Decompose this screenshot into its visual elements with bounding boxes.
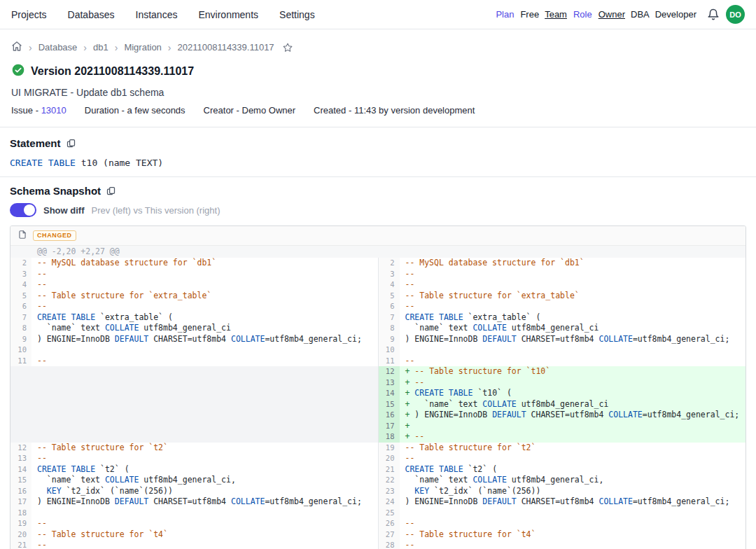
line-number-left: 4	[10, 279, 31, 291]
breadcrumb-item[interactable]: 20211008114339.11017	[178, 42, 274, 53]
hunk-header: @@ -2,20 +2,27 @@	[10, 246, 746, 258]
code-line-right: + `name` text COLLATE utf8mb4_general_ci	[400, 399, 746, 410]
diff-header: CHANGED	[10, 226, 746, 246]
diff-row: 14+ CREATE TABLE `t10` (	[10, 388, 746, 399]
breadcrumb: ›Database›db1›Migration›20211008114339.1…	[0, 29, 756, 54]
avatar[interactable]: DO	[726, 5, 745, 24]
code-line-right: + --	[400, 377, 746, 389]
code-line-right: `name` text COLLATE utf8mb4_general_ci,	[400, 475, 746, 486]
document-icon	[18, 230, 27, 242]
check-circle-icon	[11, 63, 25, 79]
diff-row: 14CREATE TABLE `t2` (21CREATE TABLE `t2`…	[10, 464, 746, 475]
nav-items: ProjectsDatabasesInstancesEnvironmentsSe…	[11, 9, 315, 20]
duration-meta: Duration - a few seconds	[85, 105, 186, 116]
code-line-left: KEY `t2_idx` (`name`(256))	[31, 486, 379, 497]
diff-row: 6--6--	[10, 301, 746, 312]
nav-item-settings[interactable]: Settings	[279, 9, 315, 20]
diff-row: 7CREATE TABLE `extra_table` (7CREATE TAB…	[10, 312, 746, 324]
show-diff-toggle[interactable]	[10, 203, 36, 217]
home-icon[interactable]	[11, 41, 22, 54]
line-number-right: 12	[379, 366, 400, 377]
code-line-right: --	[400, 453, 746, 464]
top-nav-right: Plan FreeTeam Role OwnerDBADeveloper DO	[496, 5, 745, 24]
created-meta: Created - 11:43 by version development	[314, 105, 475, 116]
code-line-right: + CREATE TABLE `t10` (	[400, 388, 746, 399]
code-line-right	[400, 508, 746, 519]
nav-item-databases[interactable]: Databases	[68, 9, 115, 20]
nav-option-free[interactable]: Free	[520, 9, 539, 20]
role-label[interactable]: Role	[573, 9, 592, 20]
diff-row: 16 KEY `t2_idx` (`name`(256))23 KEY `t2_…	[10, 486, 746, 497]
line-number-left: 15	[10, 475, 31, 486]
creator-meta: Creator - Demo Owner	[204, 105, 295, 116]
line-number-left	[10, 431, 31, 443]
nav-option-developer[interactable]: Developer	[655, 9, 696, 20]
line-number-right: 2	[379, 258, 400, 269]
code-line-left: `name` text COLLATE utf8mb4_general_ci,	[31, 475, 379, 486]
code-line-left: ) ENGINE=InnoDB DEFAULT CHARSET=utf8mb4 …	[31, 496, 379, 508]
code-line-right: KEY `t2_idx` (`name`(256))	[400, 486, 746, 497]
line-number-right: 5	[379, 291, 400, 302]
line-number-right: 18	[379, 431, 400, 443]
line-number-right: 7	[379, 312, 400, 324]
code-line-right: --	[400, 356, 746, 367]
line-number-left: 10	[10, 345, 31, 356]
issue-link[interactable]: 13010	[41, 105, 66, 116]
line-number-left: 18	[10, 508, 31, 519]
line-number-left: 2	[10, 258, 31, 269]
nav-option-team[interactable]: Team	[545, 9, 567, 20]
chevron-right-icon: ›	[83, 42, 87, 53]
chevron-right-icon: ›	[168, 42, 172, 53]
bell-icon[interactable]	[707, 8, 720, 21]
line-number-right: 14	[379, 388, 400, 399]
line-number-left	[10, 377, 31, 389]
statement-heading: Statement	[10, 137, 61, 149]
version-meta: Issue - 13010 Duration - a few seconds C…	[11, 105, 745, 116]
nav-item-instances[interactable]: Instances	[136, 9, 178, 20]
code-line-left: CREATE TABLE `t2` (	[31, 464, 379, 475]
line-number-left: 12	[10, 443, 31, 454]
diff-row: 13--20--	[10, 453, 746, 464]
code-line-right: CREATE TABLE `t2` (	[400, 464, 746, 475]
line-number-left: 19	[10, 518, 31, 529]
copy-snapshot-icon[interactable]	[106, 186, 116, 196]
copy-statement-icon[interactable]	[66, 138, 76, 148]
line-number-left: 3	[10, 269, 31, 280]
plan-label[interactable]: Plan	[496, 9, 514, 20]
nav-option-owner[interactable]: Owner	[598, 9, 625, 20]
code-line-right: + ) ENGINE=InnoDB DEFAULT CHARSET=utf8mb…	[400, 410, 746, 421]
code-line-left: -- Table structure for `t2`	[31, 443, 379, 454]
code-line-left: --	[31, 356, 379, 367]
schema-snapshot-section: Schema Snapshot Show diff Prev (left) vs…	[0, 177, 756, 549]
changed-badge: CHANGED	[33, 230, 76, 241]
code-line-left: -- MySQL database structure for `db1`	[31, 258, 379, 269]
code-line-left	[31, 345, 379, 356]
code-line-right: -- Table structure for `t4`	[400, 529, 746, 541]
code-line-right: +	[400, 421, 746, 432]
code-line-left: --	[31, 269, 379, 280]
nav-item-environments[interactable]: Environments	[198, 9, 258, 20]
code-line-left: ) ENGINE=InnoDB DEFAULT CHARSET=utf8mb4 …	[31, 334, 379, 345]
issue-meta: Issue - 13010	[11, 105, 66, 116]
nav-option-dba[interactable]: DBA	[631, 9, 650, 20]
nav-item-projects[interactable]: Projects	[11, 9, 47, 20]
code-line-right: -- Table structure for `t2`	[400, 443, 746, 454]
sql-keyword: CREATE TABLE	[10, 158, 76, 168]
schema-diff-viewer: CHANGED @@ -2,20 +2,27 @@ 2-- MySQL data…	[10, 225, 746, 549]
breadcrumb-item[interactable]: Migration	[124, 42, 161, 53]
line-number-left: 6	[10, 301, 31, 312]
diff-row: 21--28--	[10, 540, 746, 549]
version-header: Version 20211008114339.11017 UI MIGRATE …	[0, 54, 756, 127]
diff-row: 4--4--	[10, 279, 746, 291]
breadcrumb-item[interactable]: Database	[38, 42, 78, 53]
diff-row: 1825	[10, 508, 746, 519]
code-line-left	[31, 508, 379, 519]
code-line-right	[400, 345, 746, 356]
breadcrumb-item[interactable]: db1	[93, 42, 108, 53]
star-icon[interactable]	[282, 42, 293, 53]
diff-row: 3--3--	[10, 269, 746, 280]
line-number-left	[10, 410, 31, 421]
code-line-right: -- Table structure for `extra_table`	[400, 291, 746, 302]
code-line-left: CREATE TABLE `extra_table` (	[31, 312, 379, 324]
line-number-right: 4	[379, 279, 400, 291]
